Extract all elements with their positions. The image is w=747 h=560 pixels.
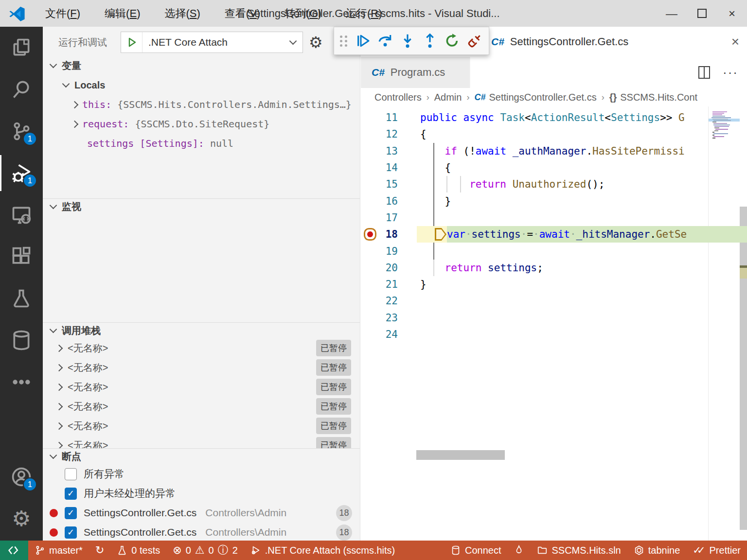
maximize-button[interactable] (687, 0, 717, 27)
breakpoints-header[interactable]: 断点 (43, 449, 360, 464)
split-editor-icon[interactable] (698, 66, 710, 79)
frame-label: <无名称> (68, 381, 310, 394)
call-stack-frame[interactable]: <无名称>已暂停 (43, 397, 360, 416)
breakpoint-glyph-icon[interactable] (364, 228, 376, 241)
titlebar: 文件(F)编辑(E)选择(S)查看(V)转到(G)运行(R) SettingsC… (0, 0, 747, 27)
paused-badge: 已暂停 (316, 418, 351, 434)
menu-item[interactable]: 转到(G) (272, 0, 334, 27)
breakpoint-label: SettingsController.Get.cs (84, 526, 196, 538)
line-number: 19 (361, 245, 398, 257)
minimap[interactable] (708, 106, 740, 541)
activitybar-search[interactable] (0, 69, 43, 110)
watch-header[interactable]: 监视 (43, 199, 360, 214)
step-out-button[interactable] (419, 30, 441, 52)
more-actions-icon[interactable]: ··· (723, 65, 738, 80)
call-stack-header[interactable]: 调用堆栈 (43, 323, 360, 338)
activitybar-accounts[interactable]: 1 (0, 456, 43, 498)
sidebar-title: 运行和调试 (58, 36, 107, 49)
call-stack-frame[interactable]: <无名称>已暂停 (43, 358, 360, 377)
breadcrumb[interactable]: Controllers›Admin›C#SettingsController.G… (361, 88, 747, 106)
breadcrumb-item[interactable]: {}SSCMS.Hits.Cont (609, 92, 698, 103)
statusbar-sync[interactable]: ↻ (89, 541, 110, 560)
code-line: 24 (361, 326, 747, 343)
variables-header[interactable]: 变量 (43, 58, 360, 73)
variable-row[interactable]: settings [Settings]: null (43, 134, 360, 153)
menu-item[interactable]: 文件(F) (33, 0, 92, 27)
continue-button[interactable] (352, 30, 374, 52)
start-debug-icon[interactable] (121, 32, 142, 52)
variable-row[interactable]: this: {SSCMS.Hits.Controllers.Admin.Sett… (43, 95, 360, 114)
statusbar-git-branch[interactable]: master* (28, 541, 89, 560)
variable-value: {SSCMS.Hits.Controllers.Admin.Settings…} (117, 99, 352, 110)
call-stack-frame[interactable]: <无名称>已暂停 (43, 338, 360, 358)
variable-row[interactable]: request: {SSCMS.Dto.SiteRequest} (43, 114, 360, 134)
warning-count: 0 (209, 545, 214, 556)
disconnect-button[interactable] (463, 30, 486, 52)
breakpoint-row[interactable]: ✓用户未经处理的异常 (43, 484, 360, 503)
statusbar-tabnine[interactable]: tabnine (627, 541, 687, 560)
tab-label: SettingsController.Get.cs (510, 35, 628, 48)
frame-label: <无名称> (68, 361, 310, 374)
statusbar-debug-session[interactable]: .NET Core Attach (sscms.hits) (244, 541, 401, 560)
toolbar-drag-grip[interactable] (340, 35, 348, 47)
activitybar-source-control[interactable]: 1 (0, 110, 43, 152)
chevron-right-icon: › (426, 92, 430, 103)
breakpoint-checkbox[interactable] (65, 468, 77, 480)
breakpoint-row[interactable]: ✓SettingsController.Get.csControllers\Ad… (43, 503, 360, 523)
code-area[interactable]: 11public async Task<ActionResult<Setting… (361, 106, 747, 541)
close-tab-icon[interactable]: × (731, 34, 739, 50)
statusbar-tests[interactable]: 0 tests (110, 541, 166, 560)
menu-item[interactable]: 查看(V) (213, 0, 272, 27)
breakpoint-checkbox[interactable]: ✓ (65, 507, 77, 519)
statusbar-flame[interactable] (507, 541, 531, 560)
activitybar-settings[interactable]: ⚙ (0, 498, 43, 540)
sync-icon: ↻ (95, 545, 104, 556)
call-stack-frame[interactable]: <无名称>已暂停 (43, 436, 360, 448)
call-stack-list: <无名称>已暂停<无名称>已暂停<无名称>已暂停<无名称>已暂停<无名称>已暂停… (43, 338, 360, 448)
activitybar-database[interactable] (0, 319, 43, 361)
activitybar-run-and-debug[interactable]: 1 (0, 152, 43, 194)
menu-item[interactable]: 编辑(E) (92, 0, 152, 27)
breakpoint-row[interactable]: 所有异常 (43, 464, 360, 484)
minimize-button[interactable]: — (657, 0, 687, 27)
breadcrumb-item[interactable]: Controllers (374, 92, 422, 103)
activitybar-extensions[interactable] (0, 236, 43, 278)
breakpoint-checkbox[interactable]: ✓ (65, 488, 77, 500)
activity-bar: 11 1⚙ (0, 27, 43, 541)
restart-button[interactable] (441, 30, 463, 52)
call-stack-frame[interactable]: <无名称>已暂停 (43, 416, 360, 436)
breakpoint-checkbox[interactable]: ✓ (65, 526, 77, 539)
activitybar-explorer[interactable] (0, 27, 43, 69)
activitybar-remote-explorer[interactable] (0, 194, 43, 236)
vertical-scrollbar-slider[interactable] (740, 207, 747, 530)
debug-settings-gear-icon[interactable]: ⚙ (309, 35, 323, 50)
chevron-right-icon (55, 364, 63, 371)
statusbar-prettier[interactable]: ✓✓Prettier (686, 541, 747, 560)
menu-item[interactable]: 选择(S) (152, 0, 212, 27)
vertical-scrollbar[interactable] (740, 106, 747, 541)
breakpoint-row[interactable]: ✓SettingsController.Get.csControllers\Ad… (43, 523, 360, 541)
database-icon (450, 545, 461, 556)
activity-top: 11 (0, 27, 43, 403)
step-into-button[interactable] (396, 30, 419, 52)
activitybar-more[interactable] (0, 361, 43, 403)
breadcrumb-item[interactable]: Admin (434, 92, 462, 103)
tab-program-cs[interactable]: C# Program.cs (361, 57, 470, 88)
close-button[interactable]: × (717, 0, 747, 27)
step-over-button[interactable] (374, 30, 396, 52)
remote-indicator[interactable] (0, 541, 28, 560)
info-icon: ⓘ (218, 545, 229, 556)
statusbar-solution[interactable]: SSCMS.Hits.sln (531, 541, 627, 560)
launch-config-dropdown[interactable]: .NET Core Attach (121, 32, 303, 53)
scope-locals[interactable]: Locals (43, 75, 360, 95)
call-stack-frame[interactable]: <无名称>已暂停 (43, 377, 360, 397)
activitybar-testing[interactable] (0, 278, 43, 319)
menu-item[interactable]: 运行(R) (334, 0, 394, 27)
code-line: 19 (361, 243, 747, 259)
statusbar-db-connect[interactable]: Connect (444, 541, 508, 560)
line-number: 14 (361, 162, 398, 174)
line-number: 16 (361, 195, 398, 207)
horizontal-scrollbar[interactable] (416, 450, 505, 460)
breadcrumb-item[interactable]: C#SettingsController.Get.cs (474, 92, 596, 103)
statusbar-problems[interactable]: ⊗0⚠0ⓘ2 (166, 541, 244, 560)
